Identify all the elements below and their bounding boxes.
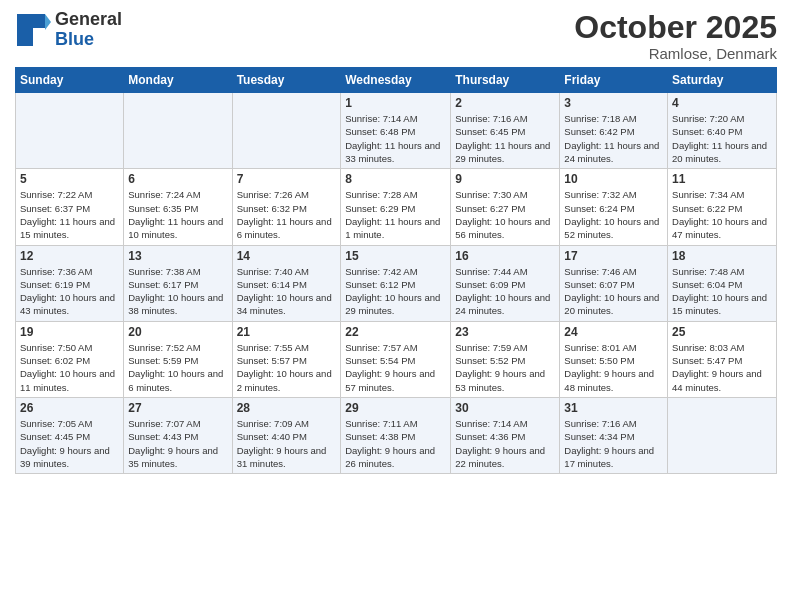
day-number: 24 xyxy=(564,325,663,339)
table-row: 20Sunrise: 7:52 AM Sunset: 5:59 PM Dayli… xyxy=(124,321,232,397)
day-info: Sunrise: 7:52 AM Sunset: 5:59 PM Dayligh… xyxy=(128,341,227,394)
calendar: Sunday Monday Tuesday Wednesday Thursday… xyxy=(15,67,777,474)
day-number: 16 xyxy=(455,249,555,263)
title-area: October 2025 Ramlose, Denmark xyxy=(574,10,777,62)
day-number: 1 xyxy=(345,96,446,110)
day-info: Sunrise: 7:07 AM Sunset: 4:43 PM Dayligh… xyxy=(128,417,227,470)
table-row: 15Sunrise: 7:42 AM Sunset: 6:12 PM Dayli… xyxy=(341,245,451,321)
month-title: October 2025 xyxy=(574,10,777,45)
table-row: 18Sunrise: 7:48 AM Sunset: 6:04 PM Dayli… xyxy=(668,245,777,321)
day-info: Sunrise: 7:16 AM Sunset: 6:45 PM Dayligh… xyxy=(455,112,555,165)
day-number: 27 xyxy=(128,401,227,415)
table-row: 16Sunrise: 7:44 AM Sunset: 6:09 PM Dayli… xyxy=(451,245,560,321)
table-row: 26Sunrise: 7:05 AM Sunset: 4:45 PM Dayli… xyxy=(16,397,124,473)
table-row: 27Sunrise: 7:07 AM Sunset: 4:43 PM Dayli… xyxy=(124,397,232,473)
day-number: 10 xyxy=(564,172,663,186)
day-number: 7 xyxy=(237,172,337,186)
table-row: 25Sunrise: 8:03 AM Sunset: 5:47 PM Dayli… xyxy=(668,321,777,397)
table-row: 1Sunrise: 7:14 AM Sunset: 6:48 PM Daylig… xyxy=(341,93,451,169)
day-number: 26 xyxy=(20,401,119,415)
table-row: 31Sunrise: 7:16 AM Sunset: 4:34 PM Dayli… xyxy=(560,397,668,473)
svg-rect-1 xyxy=(17,14,45,28)
table-row: 29Sunrise: 7:11 AM Sunset: 4:38 PM Dayli… xyxy=(341,397,451,473)
day-info: Sunrise: 7:44 AM Sunset: 6:09 PM Dayligh… xyxy=(455,265,555,318)
logo: General Blue xyxy=(15,10,122,50)
day-info: Sunrise: 7:32 AM Sunset: 6:24 PM Dayligh… xyxy=(564,188,663,241)
col-tuesday: Tuesday xyxy=(232,68,341,93)
table-row: 17Sunrise: 7:46 AM Sunset: 6:07 PM Dayli… xyxy=(560,245,668,321)
day-number: 28 xyxy=(237,401,337,415)
table-row: 24Sunrise: 8:01 AM Sunset: 5:50 PM Dayli… xyxy=(560,321,668,397)
day-info: Sunrise: 7:11 AM Sunset: 4:38 PM Dayligh… xyxy=(345,417,446,470)
table-row: 8Sunrise: 7:28 AM Sunset: 6:29 PM Daylig… xyxy=(341,169,451,245)
day-info: Sunrise: 7:40 AM Sunset: 6:14 PM Dayligh… xyxy=(237,265,337,318)
day-number: 11 xyxy=(672,172,772,186)
table-row: 12Sunrise: 7:36 AM Sunset: 6:19 PM Dayli… xyxy=(16,245,124,321)
day-number: 29 xyxy=(345,401,446,415)
day-info: Sunrise: 7:42 AM Sunset: 6:12 PM Dayligh… xyxy=(345,265,446,318)
day-number: 19 xyxy=(20,325,119,339)
col-saturday: Saturday xyxy=(668,68,777,93)
table-row xyxy=(232,93,341,169)
day-number: 31 xyxy=(564,401,663,415)
day-number: 4 xyxy=(672,96,772,110)
col-wednesday: Wednesday xyxy=(341,68,451,93)
day-info: Sunrise: 7:18 AM Sunset: 6:42 PM Dayligh… xyxy=(564,112,663,165)
day-info: Sunrise: 7:20 AM Sunset: 6:40 PM Dayligh… xyxy=(672,112,772,165)
table-row: 23Sunrise: 7:59 AM Sunset: 5:52 PM Dayli… xyxy=(451,321,560,397)
day-number: 20 xyxy=(128,325,227,339)
table-row: 3Sunrise: 7:18 AM Sunset: 6:42 PM Daylig… xyxy=(560,93,668,169)
table-row: 14Sunrise: 7:40 AM Sunset: 6:14 PM Dayli… xyxy=(232,245,341,321)
day-info: Sunrise: 7:55 AM Sunset: 5:57 PM Dayligh… xyxy=(237,341,337,394)
day-number: 2 xyxy=(455,96,555,110)
table-row: 9Sunrise: 7:30 AM Sunset: 6:27 PM Daylig… xyxy=(451,169,560,245)
day-info: Sunrise: 7:16 AM Sunset: 4:34 PM Dayligh… xyxy=(564,417,663,470)
day-number: 25 xyxy=(672,325,772,339)
day-number: 13 xyxy=(128,249,227,263)
day-info: Sunrise: 8:03 AM Sunset: 5:47 PM Dayligh… xyxy=(672,341,772,394)
day-info: Sunrise: 7:24 AM Sunset: 6:35 PM Dayligh… xyxy=(128,188,227,241)
day-info: Sunrise: 7:48 AM Sunset: 6:04 PM Dayligh… xyxy=(672,265,772,318)
day-number: 8 xyxy=(345,172,446,186)
day-number: 5 xyxy=(20,172,119,186)
table-row xyxy=(16,93,124,169)
day-info: Sunrise: 7:14 AM Sunset: 6:48 PM Dayligh… xyxy=(345,112,446,165)
day-info: Sunrise: 7:28 AM Sunset: 6:29 PM Dayligh… xyxy=(345,188,446,241)
day-number: 22 xyxy=(345,325,446,339)
col-friday: Friday xyxy=(560,68,668,93)
table-row: 11Sunrise: 7:34 AM Sunset: 6:22 PM Dayli… xyxy=(668,169,777,245)
day-number: 21 xyxy=(237,325,337,339)
day-number: 12 xyxy=(20,249,119,263)
table-row: 21Sunrise: 7:55 AM Sunset: 5:57 PM Dayli… xyxy=(232,321,341,397)
logo-general: General xyxy=(55,10,122,30)
logo-text: General Blue xyxy=(55,10,122,50)
calendar-header-row: Sunday Monday Tuesday Wednesday Thursday… xyxy=(16,68,777,93)
day-number: 9 xyxy=(455,172,555,186)
table-row: 30Sunrise: 7:14 AM Sunset: 4:36 PM Dayli… xyxy=(451,397,560,473)
day-number: 14 xyxy=(237,249,337,263)
table-row: 13Sunrise: 7:38 AM Sunset: 6:17 PM Dayli… xyxy=(124,245,232,321)
table-row: 10Sunrise: 7:32 AM Sunset: 6:24 PM Dayli… xyxy=(560,169,668,245)
day-number: 15 xyxy=(345,249,446,263)
table-row xyxy=(668,397,777,473)
col-sunday: Sunday xyxy=(16,68,124,93)
day-number: 3 xyxy=(564,96,663,110)
table-row: 7Sunrise: 7:26 AM Sunset: 6:32 PM Daylig… xyxy=(232,169,341,245)
table-row: 6Sunrise: 7:24 AM Sunset: 6:35 PM Daylig… xyxy=(124,169,232,245)
table-row: 2Sunrise: 7:16 AM Sunset: 6:45 PM Daylig… xyxy=(451,93,560,169)
page-container: General Blue October 2025 Ramlose, Denma… xyxy=(0,0,792,479)
logo-blue: Blue xyxy=(55,30,122,50)
day-number: 30 xyxy=(455,401,555,415)
day-info: Sunrise: 7:26 AM Sunset: 6:32 PM Dayligh… xyxy=(237,188,337,241)
day-info: Sunrise: 8:01 AM Sunset: 5:50 PM Dayligh… xyxy=(564,341,663,394)
table-row: 4Sunrise: 7:20 AM Sunset: 6:40 PM Daylig… xyxy=(668,93,777,169)
table-row: 5Sunrise: 7:22 AM Sunset: 6:37 PM Daylig… xyxy=(16,169,124,245)
table-row: 28Sunrise: 7:09 AM Sunset: 4:40 PM Dayli… xyxy=(232,397,341,473)
day-info: Sunrise: 7:46 AM Sunset: 6:07 PM Dayligh… xyxy=(564,265,663,318)
location: Ramlose, Denmark xyxy=(574,45,777,62)
day-info: Sunrise: 7:57 AM Sunset: 5:54 PM Dayligh… xyxy=(345,341,446,394)
day-info: Sunrise: 7:09 AM Sunset: 4:40 PM Dayligh… xyxy=(237,417,337,470)
day-info: Sunrise: 7:50 AM Sunset: 6:02 PM Dayligh… xyxy=(20,341,119,394)
day-info: Sunrise: 7:34 AM Sunset: 6:22 PM Dayligh… xyxy=(672,188,772,241)
svg-marker-2 xyxy=(45,14,51,30)
